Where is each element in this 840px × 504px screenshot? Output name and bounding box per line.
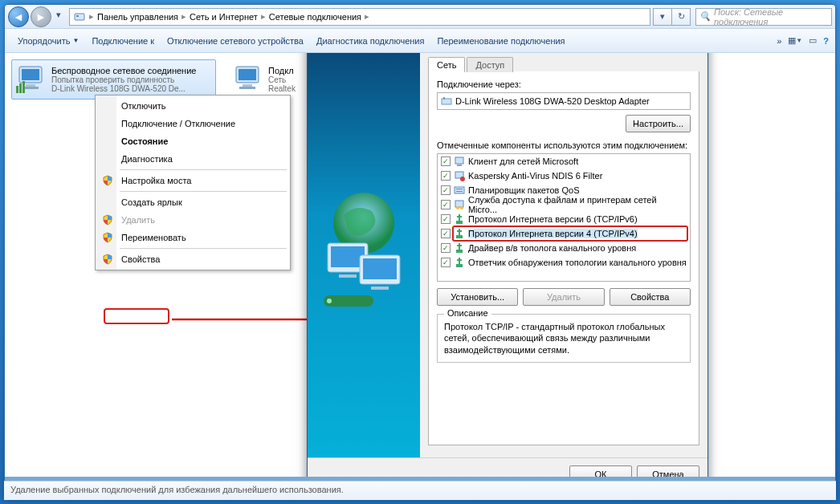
component-label: Клиент для сетей Microsoft <box>468 156 578 166</box>
component-label: Служба доступа к файлам и принтерам сете… <box>468 195 687 214</box>
component-item[interactable]: ✓Служба доступа к файлам и принтерам сет… <box>438 197 690 212</box>
toolbar-connect[interactable]: Подключение к <box>85 33 161 49</box>
crumb-3[interactable]: Сетевые подключения <box>266 12 365 22</box>
svg-rect-28 <box>457 165 462 166</box>
component-item[interactable]: ✓Клиент для сетей Microsoft <box>438 154 690 169</box>
context-item[interactable]: Создать ярлык <box>97 193 288 211</box>
component-icon <box>454 228 465 239</box>
recent-dropdown[interactable]: ▾ <box>653 8 672 26</box>
svg-rect-3 <box>22 69 39 80</box>
svg-rect-38 <box>459 214 460 222</box>
component-item[interactable]: ✓Драйвер в/в тополога канального уровня <box>438 241 690 255</box>
svg-point-24 <box>327 299 332 303</box>
svg-rect-0 <box>75 14 84 20</box>
properties-button[interactable]: Свойства <box>610 288 691 306</box>
conn-sub2: D-Link Wireless 108G DWA-520 De... <box>51 84 196 93</box>
component-item[interactable]: ✓Протокол Интернета версии 4 (TCP/IPv4) <box>438 226 690 241</box>
context-item[interactable]: Переименовать <box>97 229 288 246</box>
component-icon <box>454 257 465 268</box>
svg-rect-48 <box>457 259 462 261</box>
svg-point-35 <box>456 206 459 209</box>
toolbar-organize[interactable]: Упорядочить▼ <box>11 33 85 49</box>
toolbar-more[interactable]: » <box>770 33 788 49</box>
toolbar-rename[interactable]: Переименование подключения <box>430 33 571 49</box>
search-placeholder: Поиск: Сетевые подключения <box>714 7 828 26</box>
context-item[interactable]: Отключить <box>97 97 288 115</box>
components-list[interactable]: ✓Клиент для сетей Microsoft✓Kaspersky An… <box>437 153 691 282</box>
svg-rect-41 <box>459 229 460 236</box>
svg-rect-26 <box>443 97 445 100</box>
component-label: Протокол Интернета версии 4 (TCP/IPv4) <box>468 229 638 238</box>
component-icon <box>454 242 465 254</box>
svg-rect-44 <box>459 243 460 250</box>
toolbar-diag[interactable]: Диагностика подключения <box>310 33 430 49</box>
component-label: Ответчик обнаружения топологии канальног… <box>468 258 687 267</box>
context-item[interactable]: Свойства <box>97 250 288 268</box>
svg-rect-27 <box>455 157 463 164</box>
refresh-button[interactable]: ↻ <box>671 8 691 26</box>
tab-network[interactable]: Сеть <box>428 57 465 72</box>
checkbox-icon[interactable]: ✓ <box>441 200 451 209</box>
components-label: Отмеченные компоненты используются этим … <box>437 140 691 150</box>
nic-icon <box>441 96 452 107</box>
svg-rect-22 <box>371 287 389 290</box>
dialog-sidebar-image <box>308 53 420 457</box>
context-menu: ОтключитьПодключение / ОтключениеСостоян… <box>95 95 291 270</box>
conn-sub1: Попытка проверить подлинность <box>51 75 196 84</box>
svg-rect-25 <box>442 99 451 104</box>
checkbox-icon[interactable]: ✓ <box>441 185 451 195</box>
preview-button[interactable]: ▭ <box>809 35 817 46</box>
svg-rect-21 <box>339 274 357 278</box>
component-icon <box>454 156 465 167</box>
breadcrumb-bar[interactable]: ▸ Панель управления ▸ Сеть и Интернет ▸ … <box>69 8 650 26</box>
ok-button[interactable]: ОК <box>569 465 632 478</box>
uninstall-button[interactable]: Удалить <box>523 288 604 306</box>
connection-wireless[interactable]: Беспроводное сетевое соединение Попытка … <box>11 59 216 100</box>
svg-rect-45 <box>457 245 462 246</box>
svg-rect-39 <box>457 216 462 217</box>
component-label: Планировщик пакетов QoS <box>468 185 580 195</box>
monitor-lan-icon <box>231 63 263 96</box>
install-button[interactable]: Установить... <box>437 288 518 306</box>
crumb-2[interactable]: Сеть и Интернет <box>186 12 261 22</box>
help-button[interactable]: ? <box>823 36 829 46</box>
tab-access[interactable]: Доступ <box>467 57 513 72</box>
description-label: Описание <box>444 308 491 318</box>
checkbox-icon[interactable]: ✓ <box>441 156 451 166</box>
svg-rect-33 <box>456 191 463 192</box>
component-item[interactable]: ✓Kaspersky Anti-Virus NDIS 6 Filter <box>438 169 690 183</box>
context-item[interactable]: Диагностика <box>97 150 288 168</box>
back-button[interactable]: ◄ <box>8 6 29 27</box>
conn2-title: Подкл <box>268 66 296 75</box>
address-bar-row: ◄ ► ▾ ▸ Панель управления ▸ Сеть и Интер… <box>5 5 835 29</box>
monitor-wifi-icon <box>14 63 47 96</box>
context-item[interactable]: Состояние <box>97 132 288 150</box>
component-icon <box>454 213 465 225</box>
context-item[interactable]: Подключение / Отключение <box>97 115 288 132</box>
context-item[interactable]: Настройка моста <box>97 172 288 189</box>
cancel-button[interactable]: Отмена <box>637 465 699 478</box>
history-dropdown[interactable]: ▾ <box>53 6 64 24</box>
configure-button[interactable]: Настроить... <box>626 115 691 132</box>
svg-rect-10 <box>239 69 256 80</box>
svg-rect-6 <box>16 86 18 93</box>
svg-rect-7 <box>19 83 22 93</box>
checkbox-icon[interactable]: ✓ <box>441 243 451 253</box>
component-icon <box>454 199 465 210</box>
description-text: Протокол TCP/IP - стандартный протокол г… <box>444 321 683 356</box>
search-input[interactable]: 🔍 Поиск: Сетевые подключения <box>695 8 832 26</box>
adapter-name: D-Link Wireless 108G DWA-520 Desktop Ada… <box>455 96 650 106</box>
component-item[interactable]: ✓Ответчик обнаружения топологии канально… <box>438 255 690 270</box>
svg-rect-12 <box>239 87 255 89</box>
checkbox-icon[interactable]: ✓ <box>441 258 451 267</box>
forward-button[interactable]: ► <box>31 6 51 27</box>
checkbox-icon[interactable]: ✓ <box>441 214 451 224</box>
component-label: Kaspersky Anti-Virus NDIS 6 Filter <box>468 171 602 181</box>
conn2-sub2: Realtek <box>268 84 296 93</box>
checkbox-icon[interactable]: ✓ <box>441 171 451 181</box>
svg-rect-34 <box>455 201 463 207</box>
crumb-1[interactable]: Панель управления <box>94 12 181 22</box>
checkbox-icon[interactable]: ✓ <box>441 229 451 238</box>
view-button[interactable]: ▦▼ <box>788 35 802 46</box>
toolbar-disable[interactable]: Отключение сетевого устройства <box>161 33 310 49</box>
